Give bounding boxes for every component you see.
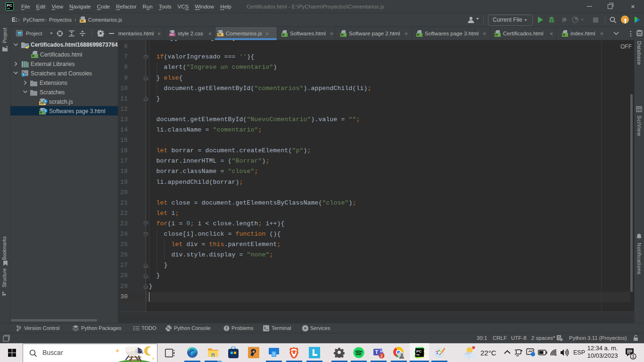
svg-text:2: 2 bbox=[380, 353, 383, 358]
svg-text:1: 1 bbox=[632, 354, 635, 359]
svg-text:PC: PC bbox=[416, 349, 421, 354]
